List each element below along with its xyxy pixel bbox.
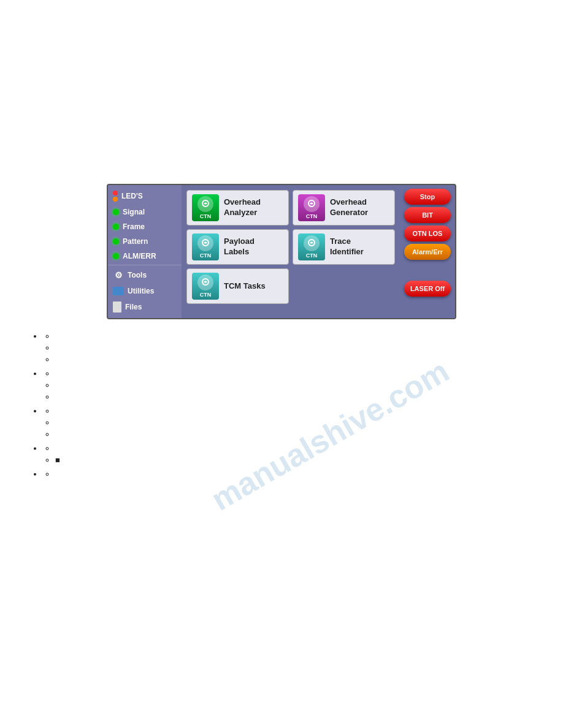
sidebar-item-alm-err[interactable]: ALM/ERR — [108, 249, 182, 264]
trace-identifier-icon-box: CTN — [298, 233, 325, 260]
alarm-err-button[interactable]: Alarm/Err — [404, 244, 451, 260]
bullet-3 — [43, 406, 538, 439]
bullet-3-1 — [55, 406, 538, 415]
bullet-5-1 — [55, 469, 538, 479]
overhead-analyzer-button[interactable]: CTN Overhead Analyzer — [186, 190, 289, 226]
trace-identifier-icon — [304, 235, 320, 251]
sidebar-utilities-label: Utilities — [128, 287, 154, 295]
sidebar-item-files[interactable]: Files — [108, 298, 182, 316]
ui-panel: LED'S Signal Frame Pattern — [107, 184, 456, 319]
bullet-1-2 — [55, 343, 538, 352]
bullet-2-1 — [55, 369, 538, 378]
bullet-1-3 — [55, 355, 538, 364]
sidebar-item-utilities[interactable]: Utilities — [108, 284, 182, 298]
button-row-1: CTN Overhead Analyzer — [186, 190, 395, 226]
led-red — [113, 191, 118, 195]
button-row-3: CTN TCM Tasks — [186, 268, 395, 304]
bullet-5 — [43, 469, 538, 479]
sidebar-signal-label: Signal — [123, 208, 145, 216]
sidebar-leds-label: LED'S — [121, 192, 143, 200]
bullet-2 — [43, 369, 538, 401]
sidebar-item-leds[interactable]: LED'S — [108, 188, 182, 205]
bullet-3-2 — [55, 418, 538, 427]
tcm-tasks-icon — [197, 275, 213, 290]
overhead-analyzer-sub: CTN — [200, 213, 212, 219]
bullet-1 — [43, 332, 538, 364]
sidebar-alm-label: ALM/ERR — [123, 252, 156, 260]
main-content: CTN Overhead Analyzer — [182, 185, 400, 318]
tcm-tasks-sub: CTN — [200, 292, 212, 298]
trace-identifier-button[interactable]: CTN Trace Identifier — [293, 229, 395, 265]
trace-identifier-label: Trace Identifier — [330, 237, 364, 257]
overhead-generator-icon-box: CTN — [298, 194, 325, 221]
tcm-tasks-button[interactable]: CTN TCM Tasks — [186, 268, 289, 304]
tools-icon: ⚙ — [113, 270, 124, 281]
sidebar-item-tools[interactable]: ⚙ Tools — [108, 267, 182, 284]
laser-off-button[interactable]: LASER Off — [404, 281, 451, 297]
overhead-analyzer-icon — [197, 196, 213, 212]
alm-dot — [113, 253, 119, 259]
sidebar-item-frame[interactable]: Frame — [108, 219, 182, 234]
bullet-3-3 — [55, 430, 538, 439]
sidebar-tools-label: Tools — [128, 271, 147, 279]
stop-button[interactable]: Stop — [404, 189, 451, 205]
bullet-4-1 — [55, 444, 538, 453]
payload-labels-label: Payload Labels — [224, 237, 255, 257]
bullet-4-2: ■ — [55, 455, 538, 464]
tcm-tasks-icon-box: CTN — [192, 273, 219, 300]
led-orange — [113, 197, 118, 202]
sidebar-pattern-label: Pattern — [123, 237, 148, 246]
payload-labels-button[interactable]: CTN Payload Labels — [186, 229, 289, 265]
sidebar: LED'S Signal Frame Pattern — [108, 185, 182, 318]
overhead-generator-sub: CTN — [306, 213, 318, 219]
utilities-icon — [113, 287, 124, 295]
sidebar-item-pattern[interactable]: Pattern — [108, 234, 182, 249]
trace-identifier-sub: CTN — [306, 252, 318, 259]
overhead-analyzer-label: Overhead Analyzer — [224, 197, 261, 218]
bullet-1-1 — [55, 332, 538, 341]
files-icon — [113, 301, 121, 313]
tcm-tasks-label: TCM Tasks — [224, 281, 266, 292]
overhead-generator-icon — [304, 196, 320, 212]
bullet-section: ■ — [25, 332, 538, 479]
sidebar-files-label: Files — [125, 303, 142, 311]
overhead-generator-label: Overhead Generator — [330, 197, 368, 218]
payload-labels-icon-box: CTN — [192, 233, 219, 260]
button-row-2: CTN Payload Labels — [186, 229, 395, 265]
bullet-2-2 — [55, 381, 538, 390]
sidebar-divider — [108, 265, 182, 265]
signal-dot — [113, 209, 119, 215]
sidebar-frame-label: Frame — [123, 222, 145, 231]
bullet-2-3 — [55, 392, 538, 401]
bullet-4: ■ — [43, 444, 538, 464]
pattern-dot — [113, 238, 119, 245]
bit-button[interactable]: BIT — [404, 207, 451, 223]
otn-los-button[interactable]: OTN LOS — [404, 226, 451, 241]
led-dots — [113, 191, 118, 202]
payload-labels-sub: CTN — [200, 252, 212, 259]
payload-labels-icon — [197, 235, 213, 251]
overhead-analyzer-icon-box: CTN — [192, 194, 219, 221]
right-panel: Stop BIT OTN LOS Alarm/Err LASER Off — [400, 185, 455, 318]
sidebar-item-signal[interactable]: Signal — [108, 205, 182, 219]
frame-dot — [113, 224, 119, 230]
overhead-generator-button[interactable]: CTN Overhead Generator — [293, 190, 395, 226]
